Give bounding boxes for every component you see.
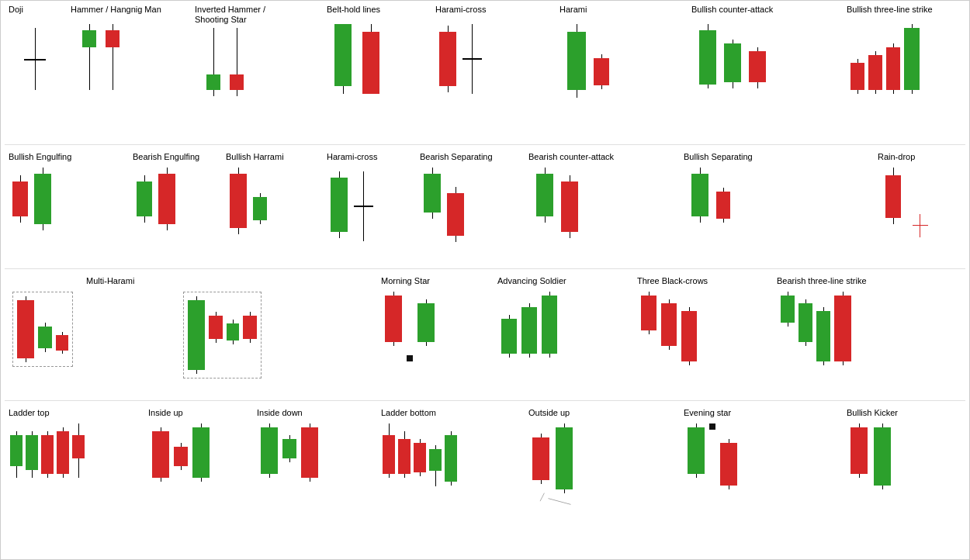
divider-2 bbox=[5, 268, 965, 269]
pattern-ladder-top: Ladder top bbox=[9, 408, 144, 555]
label-bullish-separating: Bullish Separating bbox=[684, 152, 753, 161]
pattern-outside-up: Outside up ╱ bbox=[528, 408, 680, 555]
label-three-black-crows: Three Black-crows bbox=[637, 276, 708, 285]
pattern-bullish-harrami: Bullish Harrami bbox=[226, 152, 327, 268]
label-evening-star: Evening star bbox=[684, 408, 731, 417]
label-shooting-star: Shooting Star bbox=[195, 15, 247, 24]
label-bearish-counter-attack: Bearish counter-attack bbox=[528, 152, 614, 161]
divider-3 bbox=[5, 400, 965, 401]
label-bullish-engulfing: Bullish Engulfing bbox=[9, 152, 71, 161]
pattern-morning-star: Morning Star bbox=[381, 276, 497, 396]
pattern-three-black-crows: Three Black-crows bbox=[637, 276, 777, 396]
label-bearish-three-line-strike: Bearish three-line strike bbox=[777, 276, 867, 285]
pattern-rain-drop: Rain-drop bbox=[878, 152, 963, 268]
pattern-bearish-three-line-strike: Bearish three-line strike bbox=[777, 276, 963, 396]
label-bullish-kicker: Bullish Kicker bbox=[847, 408, 898, 417]
label-outside-up: Outside up bbox=[528, 408, 570, 417]
label-rain-drop: Rain-drop bbox=[878, 152, 915, 161]
pattern-multi-harami: Multi-Harami bbox=[9, 276, 365, 396]
page-container: Doji Hammer / Hangnig Man Invert bbox=[0, 0, 970, 560]
label-belt-hold: Belt-hold lines bbox=[327, 5, 380, 14]
pattern-ladder-bottom: Ladder bottom bbox=[381, 408, 525, 555]
label-doji: Doji bbox=[9, 5, 23, 14]
pattern-doji: Doji bbox=[9, 5, 71, 144]
label-inside-down: Inside down bbox=[257, 408, 303, 417]
label-multi-harami: Multi-Harami bbox=[86, 276, 134, 285]
pattern-inside-down: Inside down bbox=[257, 408, 377, 555]
pattern-inside-up: Inside up bbox=[148, 408, 257, 555]
label-bullish-three-line-strike: Bullish three-line strike bbox=[847, 5, 933, 14]
label-harami: Harami bbox=[559, 5, 587, 14]
label-bullish-harrami: Bullish Harrami bbox=[226, 152, 284, 161]
pattern-bearish-engulfing: Bearish Engulfing bbox=[133, 152, 226, 268]
pattern-advancing-soldier: Advancing Soldier bbox=[497, 276, 637, 396]
label-inside-up: Inside up bbox=[148, 408, 183, 417]
pattern-bearish-counter-attack: Bearish counter-attack bbox=[528, 152, 676, 268]
pattern-bullish-counter-attack: Bullish counter-attack bbox=[691, 5, 839, 144]
pattern-hammer-hanging-man: Hammer / Hangnig Man bbox=[71, 5, 195, 144]
pattern-harami-cross-1: Harami-cross bbox=[435, 5, 536, 144]
label-morning-star: Morning Star bbox=[381, 276, 430, 285]
pattern-harami-cross-2: Harami-cross bbox=[327, 152, 420, 268]
label-inverted-hammer: Inverted Hammer / bbox=[195, 5, 265, 14]
pattern-evening-star: Evening star bbox=[684, 408, 843, 555]
pattern-belt-hold: Belt-hold lines bbox=[327, 5, 435, 144]
label-harami-cross-2: Harami-cross bbox=[327, 152, 377, 161]
pattern-harami: Harami bbox=[559, 5, 684, 144]
pattern-bullish-engulfing: Bullish Engulfing bbox=[9, 152, 129, 268]
pattern-bullish-kicker: Bullish Kicker bbox=[847, 408, 967, 555]
label-bearish-engulfing: Bearish Engulfing bbox=[133, 152, 199, 161]
label-hammer: Hammer / Hangnig Man bbox=[71, 5, 161, 14]
label-bearish-separating: Bearish Separating bbox=[420, 152, 493, 161]
divider-1 bbox=[5, 144, 965, 145]
pattern-inverted-hammer: Inverted Hammer / Shooting Star bbox=[195, 5, 319, 144]
label-harami-cross-1: Harami-cross bbox=[435, 5, 486, 14]
pattern-bullish-three-line-strike: Bullish three-line strike bbox=[847, 5, 970, 144]
pattern-bearish-separating: Bearish Separating bbox=[420, 152, 528, 268]
label-bullish-counter-attack: Bullish counter-attack bbox=[691, 5, 773, 14]
label-ladder-bottom: Ladder bottom bbox=[381, 408, 436, 417]
label-ladder-top: Ladder top bbox=[9, 408, 50, 417]
pattern-bullish-separating: Bullish Separating bbox=[684, 152, 862, 268]
label-advancing-soldier: Advancing Soldier bbox=[497, 276, 566, 285]
